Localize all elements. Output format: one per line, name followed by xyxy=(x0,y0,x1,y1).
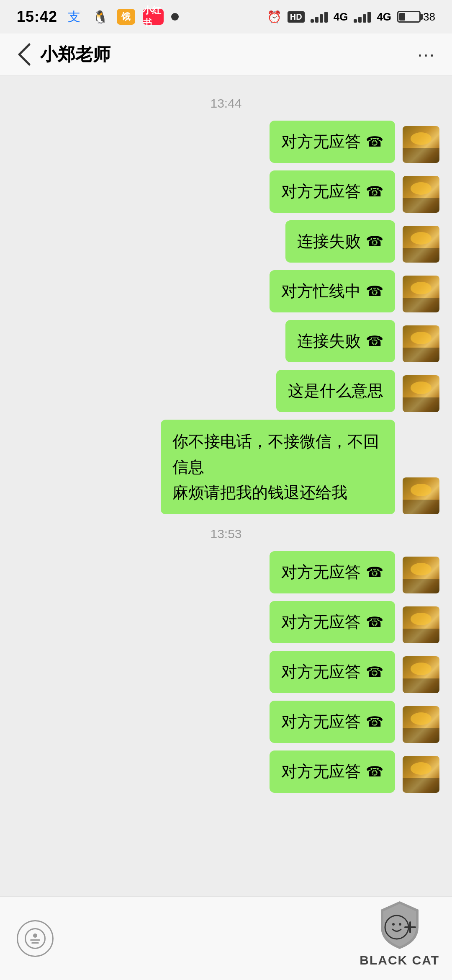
phone-icon: ☎ xyxy=(366,281,383,302)
bubble-call: 对方无应答 ☎ xyxy=(281,610,383,634)
phone-icon: ☎ xyxy=(366,562,383,583)
call-text: 对方无应答 xyxy=(281,760,361,784)
signal-bars-1 xyxy=(311,11,328,23)
bubble: 对方无应答 ☎ xyxy=(270,651,395,693)
bubble-call: 对方无应答 ☎ xyxy=(281,710,383,734)
signal-bar-4 xyxy=(324,12,328,23)
xiaohongshu-icon: 小红书 xyxy=(143,9,164,25)
message-text: 这是什么意思 xyxy=(288,382,383,400)
battery-body xyxy=(397,11,421,23)
call-text: 对方无应答 xyxy=(281,660,361,684)
message-row: 连接失败 ☎ xyxy=(13,320,439,362)
call-text: 对方忙线中 xyxy=(281,279,361,303)
bubble-call: 对方无应答 ☎ xyxy=(281,660,383,684)
phone-icon: ☎ xyxy=(366,761,383,782)
status-right: ⏰ HD 4G 4G 38 xyxy=(267,10,435,24)
status-bar: 15:42 支 🐧 饿 小红书 ⏰ HD 4G 4G xyxy=(0,0,452,34)
battery: 38 xyxy=(397,10,435,23)
qq-icon: 🐧 xyxy=(91,8,109,26)
avatar-sent xyxy=(403,375,439,412)
avatar-sent xyxy=(403,126,439,163)
call-text: 对方无应答 xyxy=(281,180,361,204)
nav-bar: 小郑老师 ··· xyxy=(0,34,452,75)
battery-level: 38 xyxy=(423,10,435,23)
network-type-1: 4G xyxy=(334,10,348,23)
avatar-sent xyxy=(403,756,439,793)
hd-badge: HD xyxy=(288,11,305,23)
message-row: 对方忙线中 ☎ xyxy=(13,270,439,312)
signal-bar-8 xyxy=(367,12,371,23)
alipay-icon: 支 xyxy=(65,8,83,26)
timestamp-2: 13:53 xyxy=(13,527,439,541)
status-left: 15:42 支 🐧 饿 小红书 xyxy=(17,8,179,26)
call-text: 对方无应答 xyxy=(281,560,361,584)
battery-fill xyxy=(399,13,405,21)
bubble-call: 对方无应答 ☎ xyxy=(281,560,383,584)
phone-icon: ☎ xyxy=(366,231,383,252)
bubble: 对方无应答 ☎ xyxy=(270,121,395,163)
signal-bar-3 xyxy=(320,14,323,23)
phone-icon: ☎ xyxy=(366,330,383,352)
svg-point-2 xyxy=(399,923,401,926)
message-row: 对方无应答 ☎ xyxy=(13,601,439,643)
phone-icon: ☎ xyxy=(366,181,383,202)
message-row: 连接失败 ☎ xyxy=(13,220,439,263)
bubble: 连接失败 ☎ xyxy=(285,320,395,362)
signal-bar-6 xyxy=(358,17,362,23)
bubble: 对方无应答 ☎ xyxy=(270,601,395,643)
notification-dot xyxy=(171,13,179,21)
avatar-sent xyxy=(403,606,439,643)
avatar-sent xyxy=(403,656,439,693)
bubble: 对方无应答 ☎ xyxy=(270,750,395,793)
bubble-call: 对方无应答 ☎ xyxy=(281,760,383,784)
bubble: 这是什么意思 xyxy=(276,370,395,412)
signal-bars-2 xyxy=(354,11,371,23)
message-row: 对方无应答 ☎ xyxy=(13,701,439,743)
avatar-sent xyxy=(403,325,439,362)
bubble: 对方无应答 ☎ xyxy=(270,170,395,213)
call-text: 连接失败 xyxy=(297,329,361,353)
signal-bar-1 xyxy=(311,19,314,23)
avatar-sent xyxy=(403,477,439,514)
avatar-sent xyxy=(403,557,439,593)
watermark-label: BLACK CAT xyxy=(360,953,439,967)
avatar-sent xyxy=(403,276,439,312)
bubble-call: 连接失败 ☎ xyxy=(297,329,383,353)
voice-button[interactable] xyxy=(17,920,54,957)
bubble: 连接失败 ☎ xyxy=(285,220,395,263)
chat-title: 小郑老师 xyxy=(40,43,417,66)
message-row: 对方无应答 ☎ xyxy=(13,750,439,793)
phone-icon: ☎ xyxy=(366,131,383,152)
call-text: 对方无应答 xyxy=(281,130,361,154)
svg-point-1 xyxy=(392,923,395,926)
call-text: 对方无应答 xyxy=(281,610,361,634)
phone-icon: ☎ xyxy=(366,661,383,683)
message-row: 对方无应答 ☎ xyxy=(13,121,439,163)
alarm-icon: ⏰ xyxy=(267,10,282,24)
bubble-call: 连接失败 ☎ xyxy=(297,230,383,253)
avatar-sent xyxy=(403,706,439,743)
phone-icon: ☎ xyxy=(366,611,383,633)
signal-bar-5 xyxy=(354,19,357,23)
bubble: 你不接电话，不接微信，不回信息麻烦请把我的钱退还给我 xyxy=(161,420,395,514)
signal-bar-7 xyxy=(363,14,366,23)
message-text: 你不接电话，不接微信，不回信息麻烦请把我的钱退还给我 xyxy=(172,433,379,501)
bubble-call: 对方无应答 ☎ xyxy=(281,180,383,204)
chat-area: 13:44 对方无应答 ☎ 对方无应答 ☎ 连接失败 ☎ xyxy=(0,75,452,938)
more-button[interactable]: ··· xyxy=(417,44,435,65)
status-time: 15:42 xyxy=(17,8,57,26)
right-icons: ⏰ HD 4G 4G 38 xyxy=(267,10,435,24)
bubble: 对方无应答 ☎ xyxy=(270,551,395,593)
bubble: 对方无应答 ☎ xyxy=(270,701,395,743)
bubble-call: 对方无应答 ☎ xyxy=(281,130,383,154)
phone-icon: ☎ xyxy=(366,711,383,732)
call-text: 连接失败 xyxy=(297,230,361,253)
bubble: 对方忙线中 ☎ xyxy=(270,270,395,312)
call-text: 对方无应答 xyxy=(281,710,361,734)
watermark: BLACK CAT xyxy=(360,898,439,967)
message-row: 你不接电话，不接微信，不回信息麻烦请把我的钱退还给我 xyxy=(13,420,439,514)
avatar-sent xyxy=(403,226,439,263)
back-button[interactable] xyxy=(17,42,32,67)
signal-bar-2 xyxy=(315,17,318,23)
voice-inner xyxy=(25,928,46,949)
